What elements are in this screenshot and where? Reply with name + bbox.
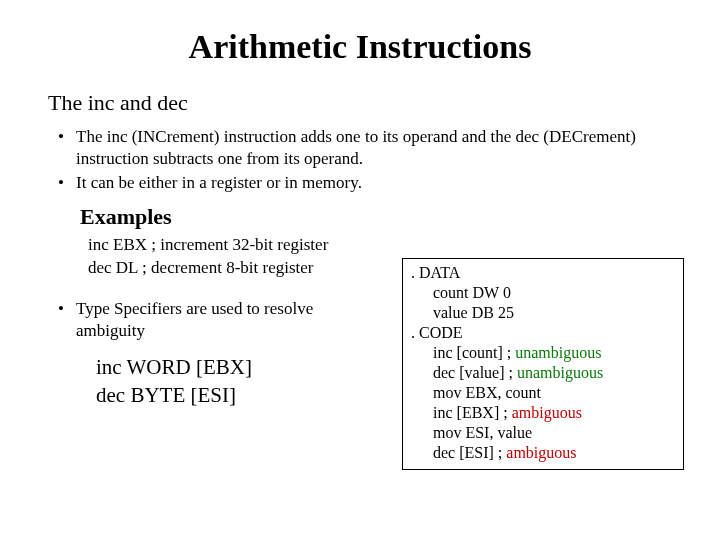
code-line: dec [ESI] ; ambiguous <box>411 443 675 463</box>
code-line: . DATA <box>411 263 675 283</box>
code-line: dec [value] ; unambiguous <box>411 363 675 383</box>
comment-bad: ambiguous <box>506 444 576 461</box>
examples-heading: Examples <box>80 204 672 230</box>
bullet-item-3: Type Specifiers are used to resolve ambi… <box>54 298 324 342</box>
code-line: mov EBX, count <box>411 383 675 403</box>
comment-bad: ambiguous <box>512 404 582 421</box>
bullet-item-1: The inc (INCrement) instruction adds one… <box>54 126 672 170</box>
slide-title: Arithmetic Instructions <box>48 28 672 66</box>
code-line: inc [count] ; unambiguous <box>411 343 675 363</box>
code-line: inc [EBX] ; ambiguous <box>411 403 675 423</box>
comment-ok: unambiguous <box>517 364 603 381</box>
code-line: count DW 0 <box>411 283 675 303</box>
code-line: mov ESI, value <box>411 423 675 443</box>
code-line: . CODE <box>411 323 675 343</box>
section-subtitle: The inc and dec <box>48 90 672 116</box>
comment-ok: unambiguous <box>515 344 601 361</box>
example-line-1: inc EBX ; increment 32-bit register <box>88 234 672 257</box>
code-line: value DB 25 <box>411 303 675 323</box>
bullet-item-2: It can be either in a register or in mem… <box>54 172 672 194</box>
code-box: . DATA count DW 0 value DB 25 . CODE inc… <box>402 258 684 470</box>
